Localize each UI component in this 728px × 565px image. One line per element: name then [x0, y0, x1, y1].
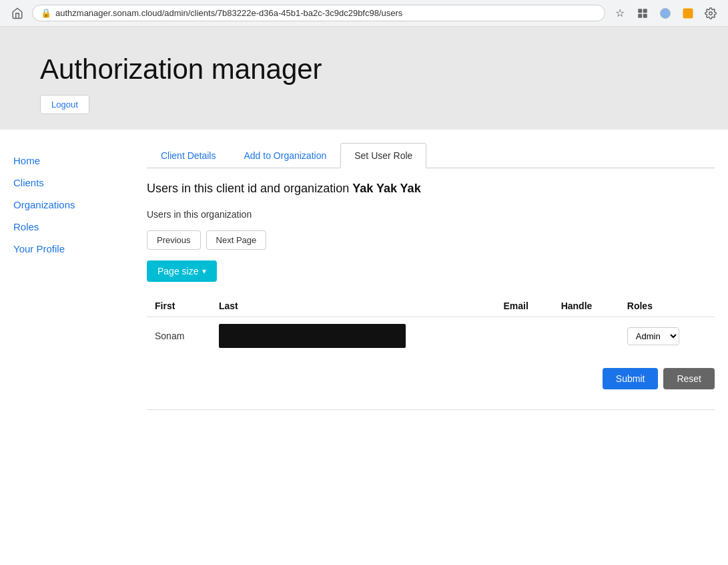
reset-button[interactable]: Reset	[663, 368, 715, 389]
page-header: Authorization manager Logout	[0, 27, 728, 130]
subsection-label: Users in this organization	[147, 209, 715, 220]
extension-icon-1[interactable]	[633, 4, 652, 23]
col-first: First	[147, 295, 211, 317]
cell-first: Sonam	[147, 317, 211, 355]
section-title: Users in this client id and organization…	[147, 182, 715, 196]
sidebar-item-clients[interactable]: Clients	[13, 172, 120, 194]
settings-icon[interactable]	[701, 4, 720, 23]
col-roles: Roles	[619, 295, 715, 317]
tab-add-to-organization[interactable]: Add to Organization	[230, 143, 340, 168]
cell-roles: Admin User Viewer	[619, 317, 715, 355]
main-content: Client Details Add to Organization Set U…	[133, 143, 728, 410]
star-icon[interactable]: ☆	[611, 4, 629, 23]
sidebar-item-roles[interactable]: Roles	[13, 216, 120, 238]
tab-client-details[interactable]: Client Details	[147, 143, 230, 168]
table-body: Sonam Admin User Viewer	[147, 317, 715, 355]
svg-rect-2	[638, 13, 642, 17]
sidebar: Home Clients Organizations Roles Your Pr…	[0, 143, 133, 410]
logout-button[interactable]: Logout	[40, 95, 89, 114]
address-bar[interactable]: 🔒 authzmanager.sonam.cloud/admin/clients…	[32, 5, 605, 21]
tab-set-user-role[interactable]: Set User Role	[340, 143, 426, 168]
action-buttons: Submit Reset	[147, 368, 715, 389]
svg-rect-6	[683, 8, 693, 18]
sidebar-item-organizations[interactable]: Organizations	[13, 194, 120, 216]
table-header: First Last Email Handle Roles	[147, 295, 715, 317]
svg-rect-3	[643, 13, 647, 17]
col-handle: Handle	[553, 295, 619, 317]
svg-rect-0	[638, 9, 642, 13]
org-name: Yak Yak Yak	[352, 182, 420, 195]
svg-rect-1	[643, 9, 647, 13]
url-text: authzmanager.sonam.cloud/admin/clients/7…	[55, 8, 597, 18]
previous-button[interactable]: Previous	[147, 230, 201, 250]
home-icon[interactable]	[8, 4, 27, 23]
cell-last	[211, 317, 496, 355]
redacted-data	[219, 324, 406, 348]
table-row: Sonam Admin User Viewer	[147, 317, 715, 355]
role-select[interactable]: Admin User Viewer	[627, 327, 679, 345]
cell-email	[496, 317, 553, 355]
browser-chrome: 🔒 authzmanager.sonam.cloud/admin/clients…	[0, 0, 728, 27]
extension-icon-3[interactable]	[679, 4, 697, 23]
cell-handle	[553, 317, 619, 355]
page-size-dropdown[interactable]: Page size	[147, 260, 217, 282]
sidebar-item-your-profile[interactable]: Your Profile	[13, 238, 120, 260]
content-area: Home Clients Organizations Roles Your Pr…	[0, 130, 728, 423]
security-icon: 🔒	[41, 8, 51, 18]
page-title: Authorization manager	[40, 53, 688, 85]
extension-icon-2[interactable]	[656, 4, 675, 23]
pagination: Previous Next Page	[147, 230, 715, 250]
col-email: Email	[496, 295, 553, 317]
col-last: Last	[211, 295, 496, 317]
submit-button[interactable]: Submit	[603, 368, 659, 389]
browser-toolbar: ☆	[611, 4, 720, 23]
tab-bar: Client Details Add to Organization Set U…	[147, 143, 715, 168]
next-page-button[interactable]: Next Page	[206, 230, 267, 250]
sidebar-item-home[interactable]: Home	[13, 150, 120, 172]
users-table: First Last Email Handle Roles Sonam	[147, 295, 715, 355]
svg-point-7	[709, 11, 713, 15]
divider	[147, 409, 715, 410]
